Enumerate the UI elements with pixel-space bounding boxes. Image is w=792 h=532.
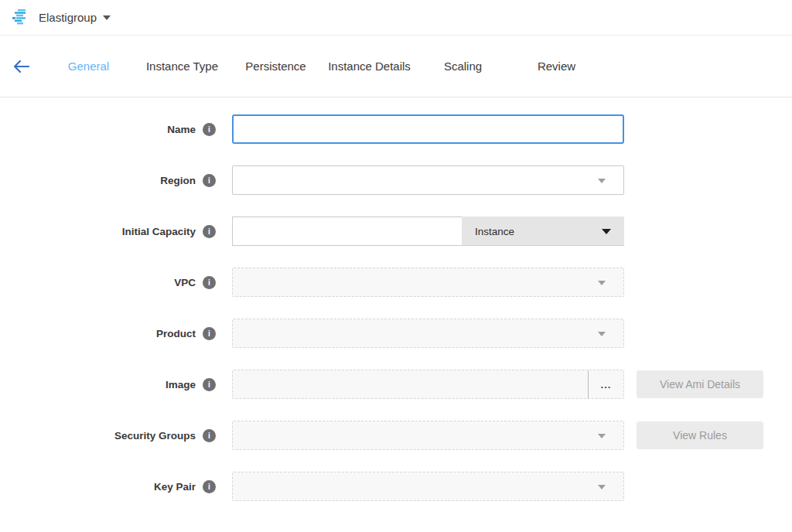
initial-capacity-label: Initial Capacity (122, 226, 196, 237)
product-select (232, 319, 624, 348)
vpc-select (232, 268, 624, 297)
region-select[interactable] (232, 165, 624, 195)
tab-instance-details[interactable]: Instance Details (323, 60, 416, 73)
tab-review[interactable]: Review (510, 60, 603, 73)
chevron-down-icon (598, 434, 606, 438)
vpc-label: VPC (174, 277, 196, 288)
general-settings-form: Name i Region i Initial Capacity i Insta… (0, 97, 792, 501)
image-label: Image (166, 379, 196, 390)
form-row-key-pair: Key Pair i (0, 472, 792, 501)
form-row-vpc: VPC i (0, 268, 792, 297)
back-arrow-icon (12, 60, 29, 73)
tab-general[interactable]: General (42, 60, 135, 73)
form-row-initial-capacity: Initial Capacity i Instance (0, 217, 792, 246)
form-row-security-groups: Security Groups i View Rules (0, 421, 792, 450)
info-icon[interactable]: i (203, 480, 216, 493)
info-icon[interactable]: i (203, 276, 216, 289)
view-rules-button: View Rules (637, 421, 763, 449)
name-input[interactable] (232, 114, 624, 144)
tab-scaling[interactable]: Scaling (416, 60, 510, 73)
image-input-value (233, 370, 588, 398)
info-icon[interactable]: i (203, 429, 216, 442)
app-title[interactable]: Elastigroup (39, 11, 97, 24)
key-pair-label: Key Pair (154, 481, 196, 493)
form-row-region: Region i (0, 165, 792, 195)
view-ami-details-button: View Ami Details (637, 370, 763, 398)
info-icon[interactable]: i (203, 123, 216, 136)
info-icon[interactable]: i (203, 225, 216, 238)
capacity-unit-value: Instance (475, 226, 514, 237)
tab-instance-type[interactable]: Instance Type (135, 60, 229, 73)
elastigroup-logo-icon (11, 9, 31, 26)
tab-persistence[interactable]: Persistence (229, 60, 323, 73)
chevron-down-icon (602, 229, 611, 234)
chevron-down-icon[interactable] (103, 15, 111, 20)
capacity-unit-select[interactable]: Instance (462, 217, 624, 246)
security-groups-select (232, 421, 624, 450)
initial-capacity-input[interactable] (232, 217, 462, 246)
name-label: Name (167, 124, 196, 135)
chevron-down-icon (598, 485, 606, 489)
image-input: ... (232, 370, 624, 399)
form-row-name: Name i (0, 114, 792, 144)
product-label: Product (156, 328, 196, 339)
security-groups-label: Security Groups (114, 430, 196, 442)
back-button[interactable] (0, 51, 42, 82)
chevron-down-icon (598, 179, 606, 183)
form-row-image: Image i ... View Ami Details (0, 370, 792, 399)
top-bar: Elastigroup (0, 0, 792, 36)
info-icon[interactable]: i (203, 174, 216, 187)
key-pair-select (232, 472, 624, 501)
browse-ami-button: ... (588, 370, 623, 398)
region-label: Region (160, 175, 196, 186)
info-icon[interactable]: i (203, 378, 216, 391)
chevron-down-icon (598, 332, 606, 336)
info-icon[interactable]: i (203, 327, 216, 340)
form-row-product: Product i (0, 319, 792, 348)
chevron-down-icon (598, 281, 606, 285)
wizard-tab-bar: General Instance Type Persistence Instan… (0, 36, 792, 97)
